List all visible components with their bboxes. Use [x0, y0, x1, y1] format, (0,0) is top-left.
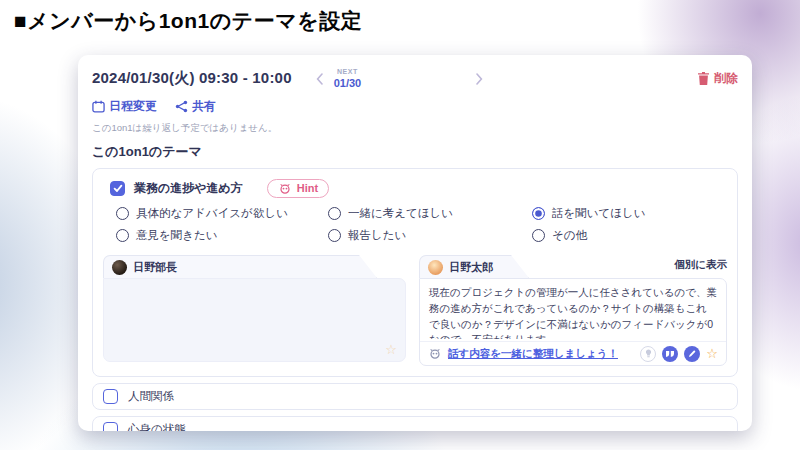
theme-section-heading: この1on1のテーマ	[92, 143, 738, 161]
panel-hino-taro: 日野太郎 個別に表示 現在のプロジェクトの管理が一人に任さされているので、業務の…	[419, 255, 727, 366]
radio-selected-icon	[532, 207, 545, 220]
topic-checkbox[interactable]	[110, 181, 125, 196]
card-header: 2024/01/30(火) 09:30 - 10:00 NEXT 01/30	[92, 65, 738, 92]
radio-option-advice[interactable]: 具体的なアドバイスが欲しい	[116, 206, 328, 221]
memo-textarea[interactable]: 現在のプロジェクトの管理が一人に任さされているので、業務の進め方がこれであってい…	[420, 279, 726, 339]
topic-row: 業務の進捗や進め方 Hint	[103, 177, 727, 201]
star-icon[interactable]: ☆	[706, 347, 718, 360]
radio-option-think-together[interactable]: 一緒に考えてほしい	[328, 206, 532, 221]
memo-action-icons: ☆	[640, 346, 718, 362]
theme-topic-box: 業務の進捗や進め方 Hint 具体的なアドバイスが欲しい 一緒に考えてほしい 話…	[92, 168, 738, 377]
radio-option-opinion[interactable]: 意見を聞きたい	[116, 228, 328, 243]
owl-gray-icon	[428, 348, 442, 359]
radio-option-listen[interactable]: 話を聞いてほしい	[532, 206, 727, 221]
hint-button[interactable]: Hint	[267, 179, 329, 198]
radio-icon	[328, 207, 341, 220]
radio-icon	[116, 207, 129, 220]
pen-icon[interactable]	[684, 346, 700, 362]
lightbulb-icon[interactable]	[640, 346, 656, 362]
actions-row: 日程変更 共有	[92, 97, 738, 115]
topic-detail-options: 具体的なアドバイスが欲しい 一緒に考えてほしい 話を聞いてほしい 意見を聞きたい…	[103, 201, 727, 248]
share-button[interactable]: 共有	[175, 98, 216, 115]
topic-option-human-relations[interactable]: 人間関係	[92, 383, 738, 410]
meeting-datetime: 2024/01/30(火) 09:30 - 10:00	[92, 69, 292, 88]
tab-hino-bucho[interactable]: 日野部長	[103, 255, 377, 278]
next-meeting-button[interactable]	[473, 71, 485, 87]
radio-option-report[interactable]: 報告したい	[328, 228, 532, 243]
page-background: ■メンバーから1on1のテーマを設定 2024/01/30(火) 09:30 -…	[0, 0, 800, 450]
member-panels: 日野部長 ☆ 日野太郎 個別に表示	[103, 255, 727, 366]
star-icon[interactable]: ☆	[385, 343, 397, 356]
reschedule-button[interactable]: 日程変更	[92, 98, 157, 115]
share-icon	[175, 100, 188, 113]
chevron-left-icon	[316, 73, 324, 85]
calendar-icon	[92, 100, 105, 113]
hint-label: Hint	[297, 182, 318, 194]
radio-icon	[116, 229, 129, 242]
radio-icon	[532, 229, 545, 242]
avatar-hino-taro	[428, 260, 443, 275]
assist-bar: 話す内容を一緒に整理しましょう！	[420, 341, 726, 365]
share-label: 共有	[192, 98, 216, 115]
one-on-one-card: 2024/01/30(火) 09:30 - 10:00 NEXT 01/30	[78, 55, 752, 431]
delete-button[interactable]: 削除	[698, 70, 738, 87]
reschedule-label: 日程変更	[109, 98, 157, 115]
tab-hino-taro[interactable]: 日野太郎	[419, 255, 529, 278]
recurrence-note: この1on1は繰り返し予定ではありません。	[92, 122, 738, 135]
page-title: ■メンバーから1on1のテーマを設定	[14, 7, 362, 35]
trash-icon	[698, 72, 709, 85]
avatar-hino-bucho	[112, 260, 127, 275]
memo-area-hino-bucho[interactable]: ☆	[103, 278, 406, 362]
radio-option-other[interactable]: その他	[532, 228, 727, 243]
radio-icon	[328, 229, 341, 242]
organize-together-link[interactable]: 話す内容を一緒に整理しましょう！	[448, 347, 618, 361]
check-icon	[113, 184, 123, 193]
tab-label: 日野太郎	[449, 260, 493, 275]
panel-hino-bucho: 日野部長 ☆	[103, 255, 406, 366]
next-caption: NEXT	[334, 68, 362, 75]
topic-option-mind-body[interactable]: 心身の状態	[92, 416, 738, 431]
next-meeting-link[interactable]: NEXT 01/30	[334, 68, 362, 89]
checkbox-icon[interactable]	[103, 389, 118, 404]
tab-label: 日野部長	[133, 260, 177, 275]
checkbox-icon[interactable]	[103, 422, 118, 431]
memo-pane-hino-taro: 現在のプロジェクトの管理が一人に任さされているので、業務の進め方がこれであってい…	[419, 278, 727, 366]
panel-right-tab-row: 日野太郎 個別に表示	[419, 255, 727, 278]
display-individually-toggle[interactable]: 個別に表示	[674, 258, 727, 278]
next-date: 01/30	[334, 78, 362, 89]
topic-label: 業務の進捗や進め方	[134, 180, 243, 197]
owl-icon	[278, 183, 292, 194]
prev-meeting-button[interactable]	[314, 71, 326, 87]
delete-label: 削除	[714, 70, 738, 87]
chevron-right-icon	[475, 73, 483, 85]
quote-icon[interactable]	[662, 346, 678, 362]
